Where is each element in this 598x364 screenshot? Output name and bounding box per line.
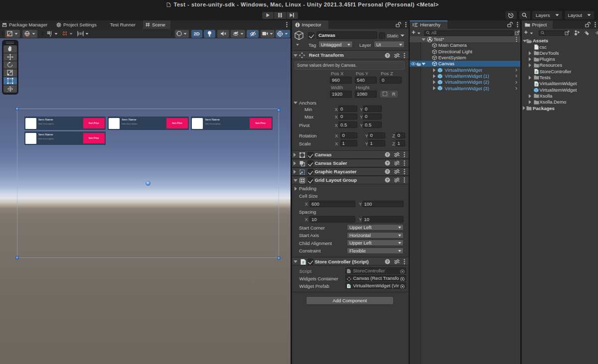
svg-text:#: # [301,259,304,264]
svg-text:Y: Y [49,33,52,37]
svg-text:?: ? [386,152,389,157]
svg-text:?: ? [386,259,389,264]
svg-text:?: ? [386,53,389,58]
svg-text:?: ? [386,178,389,182]
svg-text:#: # [348,269,350,273]
svg-text:?: ? [386,169,389,174]
svg-text:#: # [535,82,538,86]
svg-text:#: # [348,284,350,288]
svg-text:?: ? [386,161,389,165]
svg-text:#: # [535,70,538,74]
